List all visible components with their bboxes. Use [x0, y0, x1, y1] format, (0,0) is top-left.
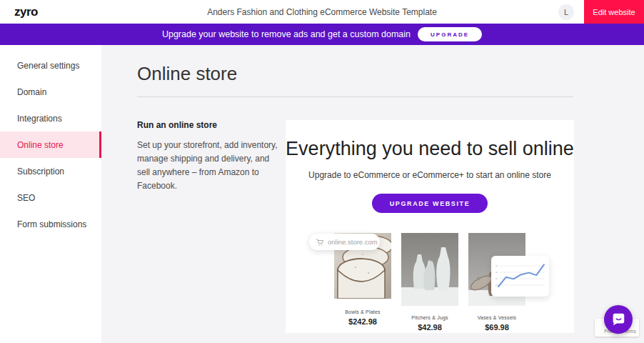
product-image-pitchers — [401, 233, 458, 306]
chart-line — [498, 264, 544, 287]
settings-sidebar: General settings Domain Integrations Onl… — [0, 45, 101, 343]
analytics-mini-chart — [491, 256, 549, 297]
product-price: $42.98 — [401, 323, 458, 332]
section-label: Run an online store — [137, 120, 273, 130]
top-bar: zyro Anders Fashion and Clothing eCommer… — [0, 0, 644, 24]
mini-chart-svg — [491, 256, 549, 297]
browser-url-pill: online.store.com — [309, 234, 380, 250]
site-template-title: Anders Fashion and Clothing eCommerce We… — [0, 7, 644, 17]
sidebar-item-form-submissions[interactable]: Form submissions — [0, 211, 101, 237]
sidebar-item-general-settings[interactable]: General settings — [0, 52, 101, 79]
upgrade-banner-button[interactable]: UPGRADE — [418, 27, 482, 41]
section-description: Set up your storefront, add inventory, m… — [137, 139, 280, 193]
product-card: Pitchers & Jugs $42.98 — [401, 233, 458, 332]
sidebar-item-subscription[interactable]: Subscription — [0, 158, 101, 184]
upgrade-banner: Upgrade your website to remove ads and g… — [0, 24, 644, 45]
zyro-logo[interactable]: zyro — [14, 5, 38, 19]
edit-website-button[interactable]: Edit website — [584, 0, 644, 24]
sidebar-item-online-store[interactable]: Online store — [0, 131, 101, 158]
product-price: $242.98 — [334, 317, 391, 326]
page-title: Online store — [137, 63, 573, 85]
product-price: $69.98 — [468, 323, 525, 332]
upgrade-website-button[interactable]: UPGRADE WEBSITE — [372, 194, 488, 213]
product-name: Pitchers & Jugs — [401, 315, 458, 320]
browser-url-text: online.store.com — [328, 238, 378, 246]
ecommerce-upsell-card: Everything you need to sell online Upgra… — [286, 120, 574, 333]
product-name: Bowls & Plates — [334, 309, 391, 314]
card-subheading: Upgrade to eCommerce or eCommerce+ to st… — [286, 170, 574, 180]
title-divider — [137, 96, 573, 97]
sidebar-item-integrations[interactable]: Integrations — [0, 105, 101, 131]
chat-bubble-icon — [610, 312, 626, 327]
sidebar-item-domain[interactable]: Domain — [0, 79, 101, 105]
product-name: Vases & Vessels — [468, 315, 525, 320]
chat-widget-button[interactable] — [604, 305, 633, 334]
main-content: Online store Run an online store Set up … — [101, 45, 644, 343]
section-intro: Run an online store Set up your storefro… — [137, 120, 286, 333]
card-heading: Everything you need to sell online — [286, 120, 574, 160]
sidebar-item-seo[interactable]: SEO — [0, 184, 101, 211]
topbar-actions: L Edit website — [558, 0, 644, 24]
user-avatar[interactable]: L — [558, 4, 574, 20]
upgrade-banner-text: Upgrade your website to remove ads and g… — [162, 29, 411, 39]
cart-icon — [316, 238, 324, 247]
